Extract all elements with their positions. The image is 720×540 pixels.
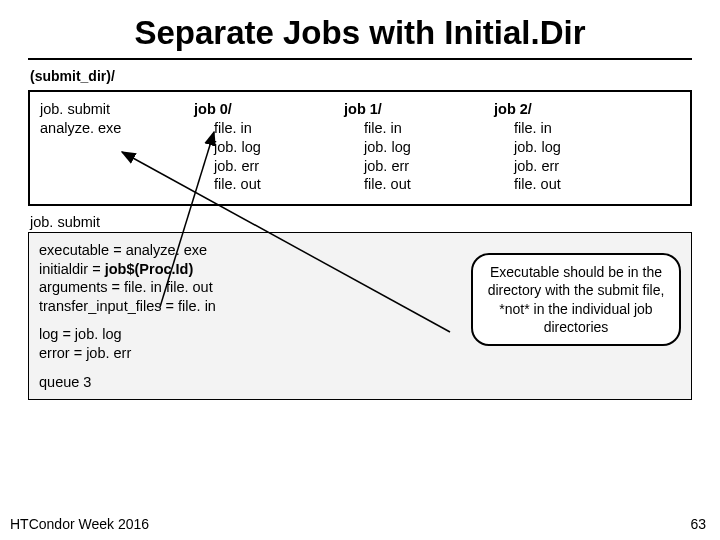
job1-file: file. out <box>364 175 480 194</box>
title-divider <box>28 58 692 60</box>
job1-head: job 1/ <box>344 100 480 119</box>
job2-file: file. out <box>514 175 630 194</box>
job0-file: job. log <box>214 138 330 157</box>
submit-file-box: executable = analyze. exe initialdir = j… <box>28 232 692 400</box>
submit-line: error = job. err <box>39 344 681 363</box>
job2-col: job 2/ file. in job. log job. err file. … <box>494 100 630 194</box>
submit-file-label: job. submit <box>30 214 720 230</box>
job1-file: file. in <box>364 119 480 138</box>
job0-file: file. in <box>214 119 330 138</box>
footer-right-pagenum: 63 <box>690 516 706 532</box>
page-title: Separate Jobs with Initial.Dir <box>0 0 720 58</box>
leftcol-line2: analyze. exe <box>40 119 180 138</box>
leftcol-line1: job. submit <box>40 100 180 119</box>
job1-file: job. err <box>364 157 480 176</box>
job1-files: file. in job. log job. err file. out <box>364 119 480 194</box>
job2-file: job. err <box>514 157 630 176</box>
job1-file: job. log <box>364 138 480 157</box>
job2-file: job. log <box>514 138 630 157</box>
leftcol: job. submit analyze. exe <box>40 100 180 194</box>
submit-line-queue: queue 3 <box>39 373 681 392</box>
job0-file: file. out <box>214 175 330 194</box>
job0-head: job 0/ <box>194 100 330 119</box>
job0-file: job. err <box>214 157 330 176</box>
job2-head: job 2/ <box>494 100 630 119</box>
submit-dir-label: (submit_dir)/ <box>30 68 720 84</box>
footer-left: HTCondor Week 2016 <box>10 516 149 532</box>
directory-box: job. submit analyze. exe job 0/ file. in… <box>28 90 692 206</box>
initialdir-value: job$(Proc.Id) <box>105 261 194 277</box>
job0-files: file. in job. log job. err file. out <box>214 119 330 194</box>
submit-block-3: queue 3 <box>39 373 681 392</box>
job0-col: job 0/ file. in job. log job. err file. … <box>194 100 330 194</box>
callout-note: Executable should be in the directory wi… <box>471 253 681 346</box>
job2-files: file. in job. log job. err file. out <box>514 119 630 194</box>
job2-file: file. in <box>514 119 630 138</box>
job1-col: job 1/ file. in job. log job. err file. … <box>344 100 480 194</box>
